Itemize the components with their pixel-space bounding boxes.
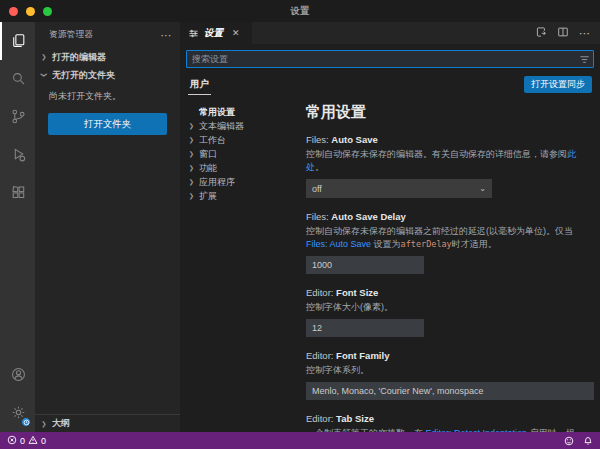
- error-count: 0: [20, 436, 25, 446]
- toc-label: 扩展: [199, 190, 217, 203]
- toc-item-text-editor[interactable]: ❯文本编辑器: [186, 119, 296, 133]
- sidebar-item-source-control[interactable]: [0, 98, 35, 136]
- chevron-right-icon: ❯: [187, 136, 197, 143]
- setting-label: Files: Auto Save: [306, 134, 582, 145]
- explorer-sidebar: 资源管理器 ⋯ ❯ 打开的编辑器 ❯ 无打开的文件夹 尚未打开文件夹。 打开文件…: [35, 22, 180, 432]
- setting-label: Editor: Tab Size: [306, 413, 582, 424]
- sidebar-item-explorer[interactable]: [0, 22, 35, 60]
- outline-label: 大纲: [52, 417, 70, 430]
- settings-search-row: [180, 44, 600, 72]
- no-folder-section[interactable]: ❯ 无打开的文件夹: [35, 66, 180, 84]
- setting-editor-tab-size: Editor: Tab Size 一个制表符等于的空格数。在 Editor: D…: [306, 413, 582, 432]
- tab-bar: 设置 ✕ ⋯: [180, 22, 600, 44]
- titlebar: 设置: [0, 0, 600, 22]
- settings-tab-icon: [188, 28, 199, 39]
- toc-label: 工作台: [199, 134, 226, 147]
- filter-icon[interactable]: [575, 54, 593, 65]
- setting-label: Editor: Font Family: [306, 350, 582, 361]
- tab-settings[interactable]: 设置 ✕: [180, 22, 252, 44]
- chevron-right-icon: ❯: [187, 192, 197, 199]
- setting-editor-font-size: Editor: Font Size 控制字体大小(像素)。: [306, 287, 582, 337]
- extensions-icon: [10, 184, 27, 203]
- error-icon: [7, 435, 17, 447]
- editor-area: 设置 ✕ ⋯ 用户 打开设置同步: [180, 22, 600, 432]
- link[interactable]: Files: Auto Save: [306, 239, 371, 249]
- source-control-icon: [10, 108, 27, 127]
- status-bar: 0 0: [0, 432, 600, 449]
- open-editors-section[interactable]: ❯ 打开的编辑器: [35, 48, 180, 66]
- close-tab-icon[interactable]: ✕: [232, 28, 240, 38]
- problems-status[interactable]: 0 0: [7, 435, 46, 447]
- sidebar-title: 资源管理器: [49, 29, 94, 41]
- accounts-button[interactable]: [0, 356, 35, 394]
- settings-sync-badge-icon: [21, 417, 31, 427]
- toc-label: 常用设置: [199, 106, 235, 119]
- bell-icon[interactable]: [583, 436, 593, 446]
- settings-search-box: [186, 50, 594, 68]
- chevron-right-icon: ❯: [187, 122, 197, 129]
- toc-item-application[interactable]: ❯应用程序: [186, 175, 296, 189]
- toc-item-extensions[interactable]: ❯扩展: [186, 189, 296, 203]
- chevron-right-icon: ❯: [187, 150, 197, 157]
- activity-bar: [0, 22, 35, 432]
- more-actions-icon[interactable]: ⋯: [579, 28, 590, 39]
- sidebar-header: 资源管理器 ⋯: [35, 22, 180, 48]
- split-editor-icon[interactable]: [557, 26, 569, 40]
- toc-label: 文本编辑器: [199, 120, 244, 133]
- code-value: afterDelay: [401, 239, 452, 249]
- toc-item-workbench[interactable]: ❯工作台: [186, 133, 296, 147]
- chevron-down-icon: ⌄: [479, 184, 486, 193]
- chevron-right-icon: ❯: [187, 164, 197, 171]
- auto-save-select[interactable]: off⌄: [306, 179, 492, 198]
- settings-heading: 常用设置: [306, 103, 582, 122]
- window-title: 设置: [0, 5, 600, 18]
- explorer-more-actions-icon[interactable]: ⋯: [161, 30, 172, 41]
- activity-bar-spacer: [0, 212, 35, 356]
- feedback-smiley-icon[interactable]: [564, 436, 574, 446]
- toc-item-commonly-used[interactable]: ❯常用设置: [186, 105, 296, 119]
- toc-item-features[interactable]: ❯功能: [186, 161, 296, 175]
- toc-label: 窗口: [199, 148, 217, 161]
- setting-description: 控制自动保存未保存的编辑器。有关自动保存的详细信息，请参阅此处。: [306, 148, 582, 174]
- setting-description: 控制字体系列。: [306, 364, 582, 377]
- open-editors-label: 打开的编辑器: [52, 51, 106, 64]
- turn-on-settings-sync-button[interactable]: 打开设置同步: [524, 76, 592, 93]
- sidebar-item-search[interactable]: [0, 60, 35, 98]
- chevron-down-icon: ❯: [40, 71, 47, 80]
- search-icon: [10, 70, 27, 89]
- font-family-input[interactable]: [306, 382, 594, 400]
- scope-tab-user[interactable]: 用户: [188, 75, 211, 95]
- manage-settings-button[interactable]: [0, 394, 35, 432]
- chevron-right-icon: ❯: [40, 53, 49, 60]
- setting-files-auto-save: Files: Auto Save 控制自动保存未保存的编辑器。有关自动保存的详细…: [306, 134, 582, 198]
- auto-save-delay-input[interactable]: [306, 256, 424, 274]
- outline-section[interactable]: ❯ 大纲: [35, 414, 180, 432]
- sidebar-item-run-debug[interactable]: [0, 136, 35, 174]
- warning-count: 0: [41, 436, 46, 446]
- settings-scope-row: 用户 打开设置同步: [180, 72, 600, 97]
- open-folder-button[interactable]: 打开文件夹: [48, 113, 167, 135]
- sidebar-item-extensions[interactable]: [0, 174, 35, 212]
- tab-label: 设置: [204, 27, 223, 40]
- no-folder-hint: 尚未打开文件夹。: [35, 84, 180, 107]
- chevron-right-icon: ❯: [40, 420, 49, 427]
- toc-label: 应用程序: [199, 176, 235, 189]
- editor-actions: ⋯: [535, 22, 600, 44]
- warning-icon: [28, 435, 38, 447]
- setting-label: Files: Auto Save Delay: [306, 211, 582, 222]
- setting-editor-font-family: Editor: Font Family 控制字体系列。: [306, 350, 582, 400]
- settings-toc: ❯常用设置 ❯文本编辑器 ❯工作台 ❯窗口 ❯功能 ❯应用程序 ❯扩展: [180, 97, 296, 432]
- files-icon: [10, 32, 27, 51]
- chevron-right-icon: ❯: [187, 178, 197, 185]
- settings-search-input[interactable]: [187, 51, 575, 67]
- setting-description: 控制自动保存未保存的编辑器之前经过的延迟(以毫秒为单位)。仅当 Files: A…: [306, 225, 582, 251]
- no-folder-label: 无打开的文件夹: [52, 69, 115, 82]
- setting-description: 控制字体大小(像素)。: [306, 301, 582, 314]
- setting-label: Editor: Font Size: [306, 287, 582, 298]
- open-settings-json-icon[interactable]: [535, 26, 547, 40]
- run-debug-icon: [10, 146, 27, 165]
- toc-item-window[interactable]: ❯窗口: [186, 147, 296, 161]
- setting-files-auto-save-delay: Files: Auto Save Delay 控制自动保存未保存的编辑器之前经过…: [306, 211, 582, 274]
- font-size-input[interactable]: [306, 319, 424, 337]
- sidebar-empty-space: [35, 141, 180, 414]
